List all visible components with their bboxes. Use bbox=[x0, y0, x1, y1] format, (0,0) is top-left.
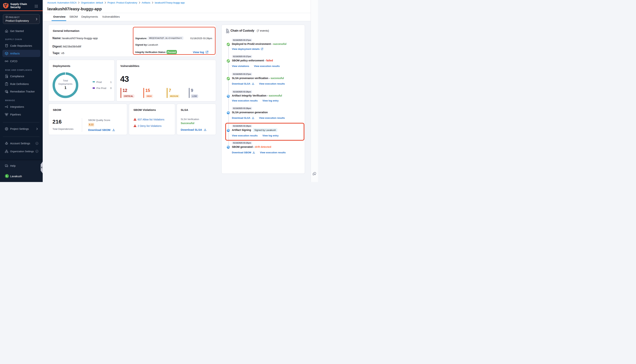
svg-text:?: ? bbox=[6, 165, 7, 166]
